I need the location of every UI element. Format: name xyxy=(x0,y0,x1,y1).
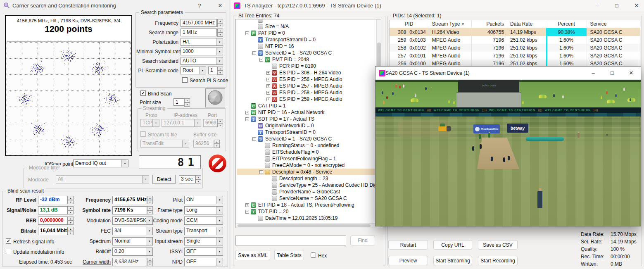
search-pls-checkbox[interactable] xyxy=(182,77,188,83)
bitrate-value[interactable]: 16,044 Mbit/ xyxy=(38,227,68,235)
update-modulation-checkbox[interactable] xyxy=(6,249,11,254)
hex-checkbox[interactable] xyxy=(311,252,316,258)
rf-level-spinner[interactable]: ▲▼ xyxy=(68,196,74,204)
issyi-select[interactable]: OFF▼ xyxy=(184,248,223,256)
collapse-icon[interactable]: − xyxy=(245,210,249,214)
tree-item[interactable]: PCR PID = 8190 xyxy=(237,63,376,69)
frequency-input[interactable]: 4157,000 MHz xyxy=(181,19,217,27)
copy-url-button[interactable]: Copy URL xyxy=(433,240,472,250)
close-button[interactable]: ✕ xyxy=(214,2,226,9)
chevron-down-icon[interactable]: ▼ xyxy=(216,248,223,255)
refresh-signal-checkbox[interactable]: ✓ xyxy=(6,238,11,244)
start-streaming-button[interactable]: Start Streaming xyxy=(433,256,472,265)
tree-search-input[interactable] xyxy=(235,236,346,245)
tree-item[interactable]: RunningStatus = 0 - undefined xyxy=(237,142,376,149)
tree-item[interactable]: TTransportStreamID = 0 xyxy=(237,129,376,136)
stop-icon[interactable] xyxy=(208,154,227,173)
tree-item[interactable]: −SServiceID = 1 - SA20 GCSA C xyxy=(237,50,376,56)
column-header-packets[interactable]: Packets xyxy=(472,20,507,28)
pid-row[interactable]: 2580x0102MPEG Audio7196251.02 kbps1.60%S… xyxy=(390,44,640,52)
table-stats-button[interactable]: Table Stats xyxy=(274,250,304,260)
close-button[interactable]: ✕ xyxy=(625,70,637,76)
input-stream-select[interactable]: Single▼ xyxy=(184,237,223,245)
collapse-icon[interactable]: − xyxy=(252,51,256,55)
tree-item[interactable]: Size = N/A xyxy=(237,23,376,30)
minimize-button[interactable]: – xyxy=(591,2,603,9)
start-recording-button[interactable]: Start Recording xyxy=(478,256,518,265)
pid-table[interactable]: PIDStream Type ▾PacketsData RatePercentS… xyxy=(389,20,640,68)
chevron-down-icon[interactable]: ▼ xyxy=(216,258,223,266)
chevron-down-icon[interactable]: ▼ xyxy=(216,217,223,224)
frequency-spinner[interactable]: ▲▼ xyxy=(217,19,223,27)
tree-item[interactable]: +AES PID = 258 - MPEG Audio xyxy=(237,89,376,96)
tree-item[interactable]: DateTime = 12.01.2025 13:05:19 xyxy=(237,215,376,221)
tree-item[interactable]: −PPAT PID = 0 xyxy=(237,30,376,36)
pid-row[interactable]: 2570x0101MPEG Audio7196251.02 kbps1.60%S… xyxy=(390,52,640,60)
minimize-button[interactable]: – xyxy=(587,70,599,76)
modulation-select[interactable]: DVB-S2/8PSK▼ xyxy=(112,217,153,225)
port-input[interactable]: 6969 xyxy=(203,119,217,127)
expand-icon[interactable]: + xyxy=(266,71,270,75)
tree-item[interactable]: ServiceType = 25 - Advanced Codec HD Dig… xyxy=(237,182,376,188)
maximize-button[interactable]: □ xyxy=(606,70,618,76)
collapse-icon[interactable]: − xyxy=(245,31,249,35)
ip-address-select[interactable]: 127.0.0.1▼ xyxy=(162,119,201,127)
search-range-spinner[interactable]: ▲▼ xyxy=(217,29,223,36)
point-size-input[interactable]: 1 xyxy=(173,98,184,106)
detect-interval-input[interactable]: 3 sec xyxy=(179,175,195,183)
tree-item[interactable]: +AES PID = 259 - MPEG Audio xyxy=(237,96,376,102)
file-writer-select[interactable]: TransEdit▼ xyxy=(140,140,189,148)
stream-type-select[interactable]: Transport▼ xyxy=(184,227,223,235)
tree-item[interactable]: +AES PID = 256 - MPEG Audio xyxy=(237,76,376,83)
save-as-csv-button[interactable]: Save as CSV xyxy=(478,240,518,250)
rf-level-value[interactable]: -32 dBm xyxy=(38,196,68,204)
save-as-xml-button[interactable]: Save as XML xyxy=(235,250,270,260)
pl-scramble-spinner[interactable]: ▲▼ xyxy=(217,67,223,74)
tree-item[interactable]: +NNIT PID = 16 - Actual Network xyxy=(237,109,376,116)
min-symbol-rate-select[interactable]: 1000▼ xyxy=(181,48,223,55)
tree-item[interactable]: EITPresentFollowingFlag = 1 xyxy=(237,155,376,162)
maximize-button[interactable]: □ xyxy=(611,2,623,9)
si-tree-panel[interactable]: Size = N/A−PPAT PID = 0TTransportStreamI… xyxy=(235,19,381,228)
column-header-percent[interactable]: Percent xyxy=(546,20,587,28)
spectrum-select[interactable]: Normal▼ xyxy=(112,237,153,245)
collapse-icon[interactable]: − xyxy=(245,117,249,121)
expand-icon[interactable]: + xyxy=(266,78,270,81)
npd-select[interactable]: OFF▼ xyxy=(184,258,223,266)
tree-item[interactable]: NOriginalNetworkID = 0 xyxy=(237,122,376,129)
signal-noise-spinner[interactable]: ▲▼ xyxy=(68,206,74,214)
tree-item[interactable]: NIT PID = 16 xyxy=(237,43,376,50)
pilot-select[interactable]: ON▼ xyxy=(184,196,223,204)
polarization-select[interactable]: H/L▼ xyxy=(181,38,223,46)
tree-item[interactable]: TTransportStreamID = 0 xyxy=(237,36,376,43)
tree-item[interactable]: CCAT PID = 1 xyxy=(237,102,376,109)
collapse-icon[interactable]: − xyxy=(259,170,263,174)
collapse-icon[interactable]: − xyxy=(252,137,256,141)
ber-spinner[interactable]: ▲▼ xyxy=(68,217,74,225)
chevron-down-icon[interactable]: ▼ xyxy=(216,227,223,235)
frame-type-select[interactable]: Long▼ xyxy=(184,206,223,214)
column-header-stream-type[interactable]: Stream Type ▾ xyxy=(429,20,472,28)
column-header-service[interactable]: Service xyxy=(587,20,640,28)
find-button[interactable]: Find xyxy=(350,236,375,245)
chevron-down-icon[interactable]: ▼ xyxy=(216,207,223,214)
cricket-video-frame[interactable]: zoho.com WELCOME TO CENTURION⟩⟩⟩⟩WELCOME… xyxy=(375,80,641,226)
column-header-data-rate[interactable]: Data Rate xyxy=(507,20,546,28)
chevron-down-icon[interactable]: ▼ xyxy=(216,57,223,64)
rolloff-select[interactable]: 0.20▼ xyxy=(112,248,153,256)
tree-item[interactable]: −SServiceID = 1 - SA20 GCSA C xyxy=(237,136,376,142)
pid-row[interactable]: 3080x0134H.264 Video40675514.19 Mbps90.3… xyxy=(390,28,640,36)
globe-image-button[interactable] xyxy=(205,88,225,107)
pid-row[interactable]: 2590x0103MPEG Audio7196251.02 kbps1.60%S… xyxy=(390,36,640,44)
search-range-input[interactable]: 1 MHz xyxy=(181,29,217,36)
chevron-down-icon[interactable]: ▼ xyxy=(216,196,223,204)
search-standard-select[interactable]: AUTO▼ xyxy=(181,57,223,65)
tree-item[interactable]: ProviderName = GlobeCast xyxy=(237,188,376,195)
pl-scramble-select[interactable]: Root▼ xyxy=(181,67,206,74)
tree-item[interactable]: DescriptorLength = 23 xyxy=(237,175,376,182)
tree-item[interactable]: −TTDT PID = 20 xyxy=(237,208,376,215)
tree-horizontal-scrollbar[interactable] xyxy=(236,223,376,228)
signal-noise-value[interactable]: 13,1 dB xyxy=(38,206,68,214)
fec-select[interactable]: 3/4▼ xyxy=(112,227,153,235)
collapse-icon[interactable]: − xyxy=(259,58,263,62)
